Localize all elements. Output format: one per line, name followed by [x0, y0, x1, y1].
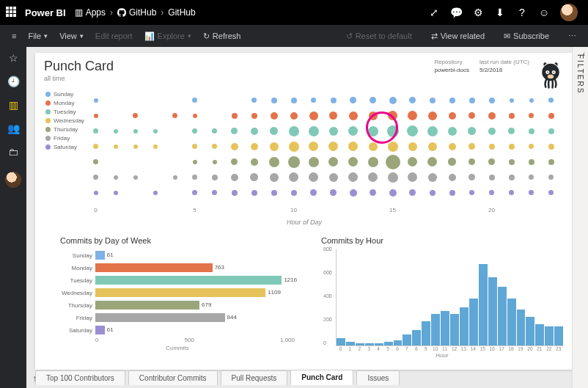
menu-refresh[interactable]: ↻ Refresh [197, 25, 247, 47]
octocat-icon [535, 59, 566, 89]
chart-title: Commits by Day of Week [60, 236, 295, 245]
gear-icon[interactable]: ⚙ [472, 7, 484, 18]
punch-x-axis-label: Hour of Day [35, 219, 572, 226]
download-icon[interactable]: ⬇ [494, 7, 506, 18]
filters-label: FILTERS [576, 54, 584, 94]
scroll-up-icon[interactable]: ↑ [32, 373, 37, 384]
tab-pull-requests[interactable]: Pull Requests [221, 370, 288, 385]
breadcrumb-github-workspace[interactable]: GitHub [117, 7, 156, 18]
chevron-right-icon: › [161, 7, 163, 18]
punch-legend: SundayMondayTuesdayWednesdayThursdayFrid… [45, 91, 84, 153]
nav-recent-icon[interactable]: 🕘 [7, 75, 20, 88]
page-metadata: Repositorypowerbi-docs last run date (UT… [434, 59, 529, 73]
menu-view[interactable]: View▾ [54, 25, 89, 47]
nav-shared-icon[interactable]: 👥 [7, 122, 20, 135]
svg-point-5 [548, 74, 554, 78]
user-avatar[interactable] [560, 4, 578, 21]
menu-subscribe[interactable]: ✉ Subscribe [498, 32, 555, 41]
tab-contributor-commits[interactable]: Contributor Commits [128, 370, 218, 385]
tab-top-100-contributors[interactable]: Top 100 Contributors [35, 370, 125, 385]
report-menubar: ≡ File▾ View▾ Edit report 📊 Explore▾ ↻ R… [0, 25, 588, 47]
expand-icon[interactable]: ⤢ [428, 7, 440, 18]
nav-favorite-icon[interactable]: ☆ [7, 51, 20, 65]
nav-workspace-icon[interactable]: 🗀 [7, 145, 20, 158]
chat-icon[interactable]: 💬 [450, 7, 462, 18]
commits-by-day-chart[interactable]: Commits by Day of Week Sunday61Monday763… [60, 236, 295, 361]
page-title: Punch Card [44, 59, 114, 74]
left-nav: ☆ 🕘 ▥ 👥 🗀 [0, 47, 26, 388]
chart-title: Commits by Hour [321, 236, 563, 245]
report-page: Punch Card all time Repositorypowerbi-do… [35, 53, 572, 370]
menu-file[interactable]: File▾ [22, 25, 54, 47]
menu-reset: ↺ Reset to default [340, 32, 418, 41]
apps-icon[interactable]: ▥ Apps [75, 7, 106, 18]
chevron-right-icon: › [110, 7, 113, 18]
report-canvas: Punch Card all time Repositorypowerbi-do… [26, 47, 572, 388]
filters-pane-collapsed[interactable]: ‹ FILTERS [572, 47, 588, 388]
nav-user-avatar[interactable] [5, 172, 21, 188]
menu-more-icon[interactable]: ⋯ [562, 32, 582, 41]
menu-explore: 📊 Explore▾ [139, 25, 197, 47]
menu-view-related[interactable]: ⇄ View related [425, 32, 490, 41]
page-tabs: Top 100 ContributorsContributor CommitsP… [35, 367, 572, 385]
tab-punch-card[interactable]: Punch Card [290, 370, 353, 385]
breadcrumb-github-report[interactable]: GitHub [168, 7, 195, 18]
top-app-bar: Power BI ▥ Apps › GitHub › GitHub ⤢ 💬 ⚙ … [0, 0, 588, 25]
page-subtitle: all time [44, 75, 65, 82]
menu-edit-report: Edit report [89, 25, 139, 47]
chevron-left-icon: ‹ [583, 50, 585, 58]
hamburger-icon[interactable]: ≡ [6, 25, 22, 47]
app-launcher-icon[interactable] [6, 7, 18, 18]
brand-label: Power BI [25, 7, 66, 18]
svg-point-4 [553, 71, 554, 73]
breadcrumb: ▥ Apps › GitHub › GitHub [75, 7, 196, 18]
nav-apps-icon[interactable]: ▥ [7, 98, 20, 111]
feedback-icon[interactable]: ☺ [538, 7, 550, 18]
svg-point-3 [547, 71, 548, 73]
help-icon[interactable]: ? [516, 7, 528, 18]
tab-issues[interactable]: Issues [356, 370, 400, 385]
topbar-actions: ⤢ 💬 ⚙ ⬇ ? ☺ [428, 4, 578, 21]
punch-card-chart[interactable] [87, 92, 563, 202]
commits-by-hour-chart[interactable]: Commits by Hour 800 600 400 200 0 012345… [321, 236, 563, 361]
